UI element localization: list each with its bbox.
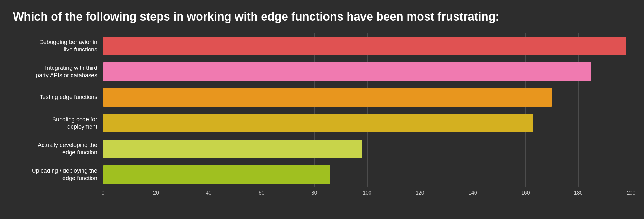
bar (103, 37, 626, 55)
bar-track (103, 33, 631, 59)
bar-row: Testing edge functions (13, 85, 631, 110)
bar-track (103, 110, 631, 136)
bar-track (103, 162, 631, 187)
grid-line (367, 162, 368, 187)
x-axis-tick: 160 (521, 190, 530, 196)
grid-line (631, 59, 631, 85)
bar-track (103, 136, 631, 162)
bar (103, 140, 362, 158)
x-axis-tick: 140 (468, 190, 477, 196)
x-axis-tick: 120 (416, 190, 424, 196)
x-axis-tick: 0 (102, 190, 105, 196)
bar-label: Uploading / deploying theedge function (13, 167, 103, 182)
x-axis-tick: 200 (627, 190, 636, 196)
x-axis-tick: 60 (259, 190, 264, 196)
x-axis: 020406080100120140160180200 (103, 190, 631, 200)
grid-line (367, 136, 368, 162)
bar-track (103, 59, 631, 85)
x-axis-tick: 40 (206, 190, 212, 196)
grid-line (631, 162, 631, 187)
grid-line (631, 85, 631, 110)
x-axis-tick: 80 (312, 190, 317, 196)
bar-track (103, 85, 631, 110)
bar-label: Actually developing theedge function (13, 141, 103, 157)
x-axis-tick: 20 (153, 190, 159, 196)
grid-line (473, 162, 473, 187)
bar-row: Debugging behavior inlive functions (13, 33, 631, 59)
x-axis-tick: 100 (363, 190, 371, 196)
grid-line (631, 33, 631, 59)
bar-label: Testing edge functions (13, 94, 103, 101)
x-axis-tick: 180 (574, 190, 583, 196)
chart-area: Debugging behavior inlive functionsInteg… (13, 33, 631, 200)
grid-line (578, 162, 579, 187)
bar (103, 62, 591, 81)
bar-row: Actually developing theedge function (13, 136, 631, 162)
grid-line (473, 136, 473, 162)
bar-label: Bundling code fordeployment (13, 116, 103, 131)
chart-container: Which of the following steps in working … (0, 0, 644, 219)
bar-row: Integrating with thirdparty APIs or data… (13, 59, 631, 85)
bar-label: Debugging behavior inlive functions (13, 39, 103, 54)
bars-section: Debugging behavior inlive functionsInteg… (13, 33, 631, 187)
grid-line (578, 136, 579, 162)
grid-line (578, 85, 579, 110)
bar-row: Uploading / deploying theedge function (13, 162, 631, 187)
bar (103, 165, 330, 184)
chart-title: Which of the following steps in working … (13, 10, 631, 23)
bar-row: Bundling code fordeployment (13, 110, 631, 136)
grid-line (631, 136, 631, 162)
bar (103, 88, 552, 107)
bar (103, 114, 533, 132)
grid-line (525, 162, 526, 187)
grid-line (525, 136, 526, 162)
grid-line (578, 110, 579, 136)
grid-line (631, 110, 631, 136)
bar-label: Integrating with thirdparty APIs or data… (13, 64, 103, 79)
grid-line (420, 162, 420, 187)
grid-line (420, 136, 420, 162)
